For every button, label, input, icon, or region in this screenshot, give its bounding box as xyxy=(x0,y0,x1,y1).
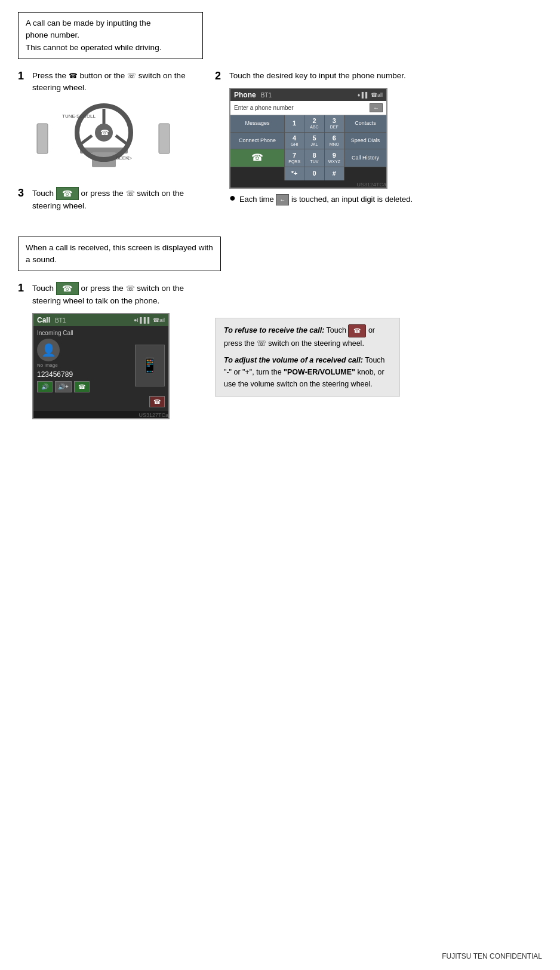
phone-keypad: Messages 1 2ABC 3DEF Contacts Connect Ph… xyxy=(230,115,386,180)
key-9[interactable]: 9WXYZ xyxy=(325,149,344,167)
section2-step-1-number: 1 xyxy=(18,282,27,295)
call-screen-mockup: Call BT1 ●I ▌▌▌ ☎ail Incoming Call 👤 xyxy=(32,313,170,419)
phone-screen-ref: US3124TCa xyxy=(230,182,386,188)
key-7[interactable]: 7PQRS xyxy=(285,149,304,167)
step-1-text: Press the ☎ button or the ☏ switch on th… xyxy=(32,71,186,92)
bullet-text-1: ● Each time ← is touched, an input digit… xyxy=(229,194,542,205)
bullet-content: Each time ← is touched, an input digit i… xyxy=(239,194,413,205)
step-1-content: Press the ☎ button or the ☏ switch on th… xyxy=(32,70,203,178)
refuse-call-btn: ☎ xyxy=(348,324,366,337)
reject-call-btn[interactable]: ☎ xyxy=(149,396,165,407)
section2-step-1-text: Touch ☎ or press the ☏ switch on the ste… xyxy=(32,284,184,305)
phone-illustration: 📱 xyxy=(135,345,165,386)
bullet-dot: ● xyxy=(229,192,236,203)
call-info-left: 👤 No Image 123456789 🔊 🔊+ ☎ xyxy=(37,339,130,392)
phone-input-label: Enter a phone number xyxy=(234,105,294,111)
phone-call-btn[interactable]: ☎ xyxy=(230,149,284,167)
call-header-left: Call BT1 xyxy=(37,316,66,324)
section2-step-1: 1 Touch ☎ or press the ☏ switch on the s… xyxy=(18,282,203,419)
phone-header-left: Phone BT1 xyxy=(234,91,272,99)
contacts-btn[interactable]: Contacts xyxy=(344,115,386,132)
notice-box-2-text: When a call is received, this screen is … xyxy=(26,243,213,264)
step-3-call-button: ☎ xyxy=(56,187,79,200)
step-2-number: 2 xyxy=(215,70,224,83)
step-2-text: Touch the desired key to input the phone… xyxy=(229,71,406,80)
call-title: Call xyxy=(37,316,50,324)
call-history-btn[interactable]: Call History xyxy=(344,149,386,167)
key-2[interactable]: 2ABC xyxy=(304,115,324,132)
step-3-switch-icon: ☏ xyxy=(126,189,135,198)
phone-screen-header: Phone BT1 ♦ ▌▌ ☎all xyxy=(230,89,386,101)
key-3[interactable]: 3DEF xyxy=(325,115,344,132)
key-1[interactable]: 1 xyxy=(285,115,304,132)
notice-box-1-line3: This cannot be operated while driving. xyxy=(26,43,161,52)
connect-phone-btn[interactable]: Connect Phone xyxy=(230,133,284,149)
svg-rect-10 xyxy=(37,124,48,154)
svg-rect-11 xyxy=(159,124,170,154)
step-2-content: Touch the desired key to input the phone… xyxy=(229,70,542,205)
section2-info-col: To refuse to receive the call: Touch ☎ o… xyxy=(215,282,542,429)
refuse-call-para: To refuse to receive the call: Touch ☎ o… xyxy=(224,324,391,349)
notice-box-1-line1: A call can be made by inputting the xyxy=(26,19,150,27)
call-screen-header: Call BT1 ●I ▌▌▌ ☎ail xyxy=(33,314,168,326)
svg-text:☎: ☎ xyxy=(100,128,109,137)
key-8[interactable]: 8TUV xyxy=(304,149,324,167)
phone-screen-title: Phone xyxy=(234,91,256,99)
phone-header-icons: ♦ ▌▌ ☎all xyxy=(358,92,383,98)
volume-knob-name: "POW-ER/VOLUME" xyxy=(284,368,355,376)
end-call-row: ☎ xyxy=(37,396,165,407)
page: A call can be made by inputting the phon… xyxy=(0,0,560,970)
incoming-switch-icon: ☏ xyxy=(126,284,135,293)
call-buttons: 🔊 🔊+ ☎ xyxy=(37,381,130,392)
info-box: To refuse to receive the call: Touch ☎ o… xyxy=(215,318,400,397)
step-1-number: 1 xyxy=(18,70,27,83)
caller-number: 123456789 xyxy=(37,370,130,379)
phone-back-btn[interactable]: ← xyxy=(370,103,383,112)
key-5[interactable]: 5JKL xyxy=(304,133,324,149)
no-image-label: No Image xyxy=(37,363,130,368)
phone-bt-label: BT1 xyxy=(261,92,272,99)
steering-phone-icon: ☏ xyxy=(127,72,136,80)
step-3-number: 3 xyxy=(18,187,27,200)
caller-avatar: 👤 xyxy=(37,339,60,361)
page-footer: FUJITSU TEN CONFIDENTIAL xyxy=(442,952,542,960)
step-3-text: Touch ☎ or press the ☏ switch on the ste… xyxy=(32,189,184,210)
call-screen-ref: US3127TCa xyxy=(33,412,168,418)
volume-icon-btn[interactable]: 🔊+ xyxy=(55,381,72,392)
step-3-content: Touch ☎ or press the ☏ switch on the ste… xyxy=(32,187,203,212)
key-4[interactable]: 4GHI xyxy=(285,133,304,149)
volume-label: To adjust the volume of a received call: xyxy=(224,356,363,364)
phone-screen-mockup: Phone BT1 ♦ ▌▌ ☎all Enter a phone number… xyxy=(229,88,387,189)
key-hash[interactable]: # xyxy=(325,167,344,180)
phone-button-icon: ☎ xyxy=(69,72,78,80)
svg-line-5 xyxy=(116,136,128,145)
speed-dials-btn[interactable]: Speed Dials xyxy=(344,133,386,149)
accept-call-btn[interactable]: ☎ xyxy=(74,381,90,392)
key-star[interactable]: *+ xyxy=(285,167,304,180)
key-0[interactable]: 0 xyxy=(304,167,324,180)
notice-box-1: A call can be made by inputting the phon… xyxy=(18,12,203,59)
section2-step-1-content: Touch ☎ or press the ☏ switch on the ste… xyxy=(32,282,203,419)
messages-btn[interactable]: Messages xyxy=(230,115,284,132)
step-3: 3 Touch ☎ or press the ☏ switch on the s… xyxy=(18,187,203,212)
notice-box-1-line2: phone number. xyxy=(26,30,79,39)
svg-line-4 xyxy=(80,136,92,145)
call-body: Incoming Call 👤 No Image 123456789 xyxy=(33,326,168,411)
step-1: 1 Press the ☎ button or the ☏ switch on … xyxy=(18,70,203,178)
refuse-label: To refuse to receive the call: xyxy=(224,326,324,334)
call-bt-label: BT1 xyxy=(55,317,66,324)
step2-col: 2 Touch the desired key to input the pho… xyxy=(215,70,542,225)
call-info-row: 👤 No Image 123456789 🔊 🔊+ ☎ xyxy=(37,339,165,392)
step-2: 2 Touch the desired key to input the pho… xyxy=(215,70,542,205)
step1-col: 1 Press the ☎ button or the ☏ switch on … xyxy=(18,70,203,225)
svg-text:SEEK▷: SEEK▷ xyxy=(116,155,133,161)
key-6[interactable]: 6MNO xyxy=(325,133,344,149)
back-arrow-icon: ← xyxy=(276,194,289,205)
call-incoming-label: Incoming Call xyxy=(37,330,165,336)
svg-text:TUNE·SCROLL: TUNE·SCROLL xyxy=(62,113,96,119)
section2-step1-col: 1 Touch ☎ or press the ☏ switch on the s… xyxy=(18,282,203,429)
footer-text: FUJITSU TEN CONFIDENTIAL xyxy=(442,952,542,960)
steps-1-2-container: 1 Press the ☎ button or the ☏ switch on … xyxy=(18,70,542,225)
refuse-switch-icon: ☏ xyxy=(257,339,266,348)
volume-down-btn[interactable]: 🔊 xyxy=(37,381,53,392)
